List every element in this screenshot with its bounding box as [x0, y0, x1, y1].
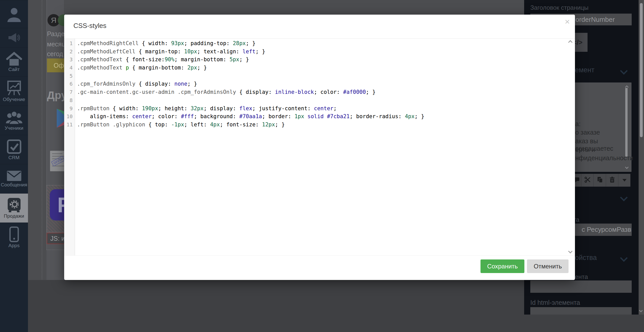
page-text-line: Разде	[47, 30, 65, 38]
line-number: 4	[64, 65, 75, 73]
css-code-editor[interactable]: 1234567891011 .cpmMethodRightCell { widt…	[64, 38, 575, 256]
scroll-down-icon[interactable]	[625, 165, 629, 169]
paste-icon	[597, 176, 603, 184]
sidebar-item-label: Ученики	[5, 125, 23, 131]
page-title-label: Заголовок страницы	[530, 4, 589, 11]
panel-scrollbar[interactable]	[639, 0, 644, 315]
layout-dashed-border	[42, 0, 42, 305]
sidebar-item-label: Обучение	[3, 97, 25, 102]
page-text-line: месяц	[47, 41, 65, 48]
code-line[interactable]: .gc-main-content.gc-user-admin .cpm_forA…	[77, 89, 567, 97]
home-icon	[6, 52, 22, 66]
safe-icon	[7, 197, 22, 213]
code-line[interactable]: .rpmButton .glyphicon { top: -1px; left:…	[77, 122, 567, 130]
editor-line-numbers: 1234567891011	[64, 39, 75, 255]
sidebar-item-crm[interactable]: CRM	[0, 135, 28, 164]
line-number: 3	[64, 56, 75, 65]
element-text-line: а:	[575, 120, 633, 129]
sidebar-item-broadcast[interactable]	[0, 28, 28, 47]
trash-icon	[609, 176, 616, 184]
chevron-down-icon[interactable]	[620, 194, 628, 202]
avatar-icon	[6, 6, 22, 22]
code-line[interactable]: .cpmMethodLeftCell { margin-top: 10px; t…	[77, 48, 567, 57]
element-id-label: Id html-элемента	[530, 299, 580, 306]
line-number: 6	[64, 81, 75, 89]
sidebar-item-label: Apps	[8, 243, 20, 248]
paste-button[interactable]	[593, 174, 606, 187]
element-class-input[interactable]	[530, 280, 632, 293]
textarea-scrollbar[interactable]	[625, 88, 628, 157]
code-line[interactable]: .cpmMethodText p { margin-bottom: 2px; }	[77, 65, 567, 73]
code-line[interactable]	[77, 73, 567, 81]
line-number: 11	[64, 122, 75, 130]
chevron-down-icon[interactable]	[620, 67, 628, 75]
cancel-button[interactable]: Отменить	[527, 259, 569, 273]
modal-title: CSS-styles	[73, 22, 107, 30]
editor-scroll-down-icon[interactable]	[568, 249, 573, 254]
mail-icon	[6, 170, 22, 182]
code-line[interactable]: .cpmMethodText { font-size:90%; margin-b…	[77, 56, 567, 65]
line-number: 7	[64, 89, 75, 97]
line-number: 8	[64, 97, 75, 105]
paid-stamp: ОПЛА	[51, 156, 65, 166]
element-id-input[interactable]	[530, 307, 632, 315]
code-line[interactable]	[77, 97, 567, 105]
sidebar-item-sales[interactable]: Продажи	[0, 193, 28, 223]
line-number: 2	[64, 48, 75, 57]
code-line[interactable]: align-items: center; color: #fff; backgr…	[77, 113, 567, 122]
app-root: Я Разде месяц сегод Офор Дру ОПЛА F JS: …	[0, 0, 644, 332]
line-number: 5	[64, 73, 75, 81]
sidebar-item-label: Сообщения	[1, 182, 27, 188]
chevron-down-icon[interactable]	[620, 254, 628, 262]
sidebar-item-students[interactable]: Ученики	[0, 106, 28, 135]
element-text-line: аказ вы соглашаетес	[575, 137, 633, 146]
element-section-title: емент	[575, 66, 594, 74]
code-line[interactable]: .rpmButton { width: 190px; height: 32px;…	[77, 105, 567, 114]
editor-scroll-up-icon[interactable]	[568, 40, 573, 45]
properties-section-title: ойства	[575, 254, 597, 262]
sidebar-item-training[interactable]: Обучение	[0, 76, 28, 106]
css-styles-modal: CSS-styles × 1234567891011 .cpmMethodRig…	[64, 15, 575, 280]
close-icon[interactable]: ×	[565, 17, 570, 27]
sidebar-item-messages[interactable]: Сообщения	[0, 164, 28, 193]
line-number: 1	[64, 40, 75, 48]
scissors-icon	[584, 176, 591, 184]
sidebar-item-label: Продажи	[4, 213, 24, 219]
line-number: 9	[64, 105, 75, 114]
code-line[interactable]: .cpm_forAdminsOnly { display: none; }	[77, 81, 567, 89]
checkbox-icon	[6, 139, 22, 154]
element-text-line: нфиденциальности	[575, 154, 633, 163]
megaphone-icon	[7, 33, 21, 43]
panel-scrollbar-thumb[interactable]	[640, 3, 643, 137]
block-dashed-bottom	[46, 250, 64, 250]
caret-down-icon	[622, 179, 627, 182]
save-button[interactable]: Сохранить	[480, 259, 524, 273]
cut-button[interactable]	[581, 174, 593, 187]
sidebar-item-profile[interactable]	[0, 0, 28, 28]
more-actions-button[interactable]	[618, 174, 630, 187]
delete-button[interactable]	[606, 174, 618, 187]
sidebar-item-site[interactable]: Сайт	[0, 47, 28, 76]
element-class-label: ента	[575, 273, 588, 280]
people-icon	[6, 110, 23, 125]
code-line[interactable]: .cpmMethodRightCell { width: 93px; paddi…	[77, 40, 567, 48]
sidebar-item-label: CRM	[8, 155, 20, 160]
phone-icon	[9, 226, 19, 242]
sidebar: СайтОбучениеУченикиCRMСообщенияПродажиAp…	[0, 0, 28, 332]
sidebar-item-label: Сайт	[8, 67, 20, 72]
page-text-line: сегод	[47, 50, 63, 58]
line-number: 10	[64, 113, 75, 122]
sidebar-item-apps[interactable]: Apps	[0, 223, 28, 252]
chart-icon	[6, 80, 22, 96]
element-text-line: о заказе	[575, 129, 633, 137]
